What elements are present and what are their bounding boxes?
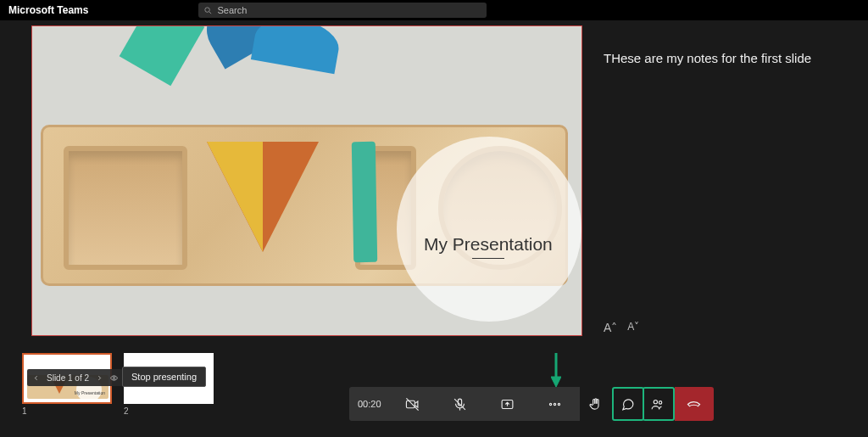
current-slide[interactable]: My Presentation	[31, 25, 582, 336]
slide-navigator: Slide 1 of 2	[27, 369, 123, 386]
increase-font-button[interactable]: A˄	[604, 321, 617, 334]
share-button[interactable]	[492, 387, 524, 421]
slide-counter: Slide 1 of 2	[47, 373, 89, 383]
svg-point-2	[113, 377, 114, 378]
thumbnail-index: 2	[124, 406, 214, 416]
mic-off-icon	[453, 397, 467, 412]
rectangle-shape	[352, 142, 377, 262]
hangup-button[interactable]	[675, 387, 714, 421]
camera-off-icon	[405, 397, 420, 412]
more-actions-button[interactable]	[539, 387, 571, 421]
search-icon	[203, 6, 213, 15]
raise-hand-button[interactable]	[580, 387, 612, 421]
app-title: Microsoft Teams	[8, 4, 88, 16]
search-input[interactable]: Search	[198, 3, 487, 18]
notes-font-controls: A˄ A˅	[604, 321, 639, 334]
decrease-font-button[interactable]: A˅	[627, 321, 639, 334]
svg-line-1	[209, 11, 211, 13]
share-tray-icon	[500, 397, 515, 412]
svg-point-15	[659, 401, 661, 403]
stop-presenting-button[interactable]: Stop presenting	[122, 367, 206, 387]
slide-area: My Presentation	[0, 25, 585, 339]
slide-title: My Presentation	[424, 234, 553, 259]
people-icon	[650, 397, 665, 412]
presentation-stage: My Presentation THese are my notes for t…	[0, 20, 868, 339]
camera-toggle-button[interactable]	[397, 387, 429, 421]
call-duration: 00:20	[358, 399, 381, 409]
annotation-arrow	[551, 353, 561, 384]
svg-point-0	[205, 7, 210, 12]
svg-point-11	[549, 403, 551, 405]
chat-icon	[620, 397, 635, 412]
presenter-notes-pane: THese are my notes for the first slide A…	[585, 25, 868, 339]
chevron-right-icon[interactable]	[96, 374, 103, 382]
ellipsis-icon	[548, 397, 562, 412]
title-bubble	[397, 137, 581, 322]
eye-icon[interactable]	[110, 374, 118, 382]
chevron-left-icon[interactable]	[32, 374, 40, 382]
svg-point-13	[558, 403, 559, 405]
participants-button[interactable]	[643, 387, 675, 421]
svg-marker-4	[551, 377, 561, 387]
phone-hangup-icon	[687, 397, 701, 412]
mic-toggle-button[interactable]	[444, 387, 476, 421]
svg-point-12	[554, 403, 555, 405]
hand-icon	[588, 397, 603, 412]
presenter-notes-text: THese are my notes for the first slide	[604, 51, 856, 65]
chat-button[interactable]	[612, 387, 644, 421]
search-placeholder: Search	[217, 5, 247, 15]
call-toolbar: 00:20	[349, 387, 714, 421]
title-bar: Microsoft Teams Search	[0, 0, 868, 20]
svg-rect-5	[406, 401, 415, 408]
svg-line-6	[406, 398, 418, 410]
thumbnail-index: 1	[22, 406, 112, 416]
svg-point-14	[654, 400, 657, 403]
